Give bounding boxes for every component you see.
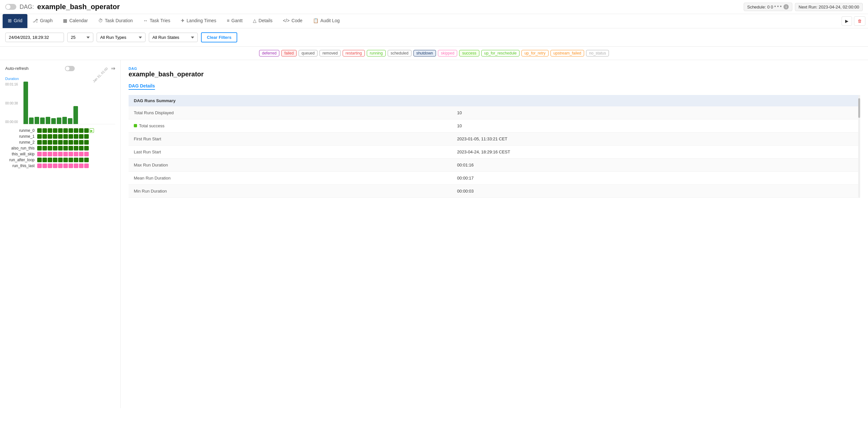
grid-cell-6-1[interactable] (42, 163, 47, 168)
grid-cell-0-1[interactable] (42, 128, 47, 133)
chart-bar-2[interactable] (35, 117, 39, 124)
grid-cell-5-9[interactable] (84, 158, 89, 162)
play-button[interactable]: ▶ (842, 16, 852, 26)
grid-cell-1-1[interactable] (42, 134, 47, 139)
chart-bar-5[interactable] (51, 118, 56, 124)
grid-cell-5-6[interactable] (68, 158, 73, 162)
grid-cell-4-1[interactable] (42, 152, 47, 156)
date-filter-input[interactable] (5, 33, 64, 42)
count-select[interactable]: 25 50 100 (67, 33, 93, 42)
scrollbar-thumb[interactable] (858, 98, 860, 118)
tab-audit-log[interactable]: 📋 Audit Log (308, 14, 345, 28)
tab-task-tries[interactable]: ↔ Task Tries (138, 14, 176, 28)
grid-cell-1-0[interactable] (37, 134, 42, 139)
grid-cell-4-9[interactable] (84, 152, 89, 156)
grid-cell-1-9[interactable] (84, 134, 89, 139)
grid-cell-6-6[interactable] (68, 163, 73, 168)
grid-cell-3-9[interactable] (84, 146, 89, 150)
grid-cell-arrow-0-10[interactable]: ▶ (89, 128, 94, 133)
grid-cell-3-1[interactable] (42, 146, 47, 150)
run-state-select[interactable]: All Run States (149, 33, 198, 42)
grid-cell-1-4[interactable] (58, 134, 63, 139)
grid-cell-0-4[interactable] (58, 128, 63, 133)
chart-bar-8[interactable] (68, 118, 72, 124)
grid-cell-6-0[interactable] (37, 163, 42, 168)
grid-cell-6-9[interactable] (84, 163, 89, 168)
grid-cell-6-5[interactable] (63, 163, 68, 168)
grid-cell-5-0[interactable] (37, 158, 42, 162)
status-badge-up_for_reschedule[interactable]: up_for_reschedule (481, 50, 520, 57)
grid-cell-0-3[interactable] (53, 128, 57, 133)
chart-bar-6[interactable] (57, 118, 61, 124)
chart-bar-9[interactable] (73, 106, 78, 124)
grid-cell-2-7[interactable] (74, 140, 78, 145)
info-icon[interactable]: i (783, 4, 789, 9)
status-badge-running[interactable]: running (367, 50, 386, 57)
status-badge-scheduled[interactable]: scheduled (388, 50, 411, 57)
grid-cell-1-3[interactable] (53, 134, 57, 139)
grid-cell-5-5[interactable] (63, 158, 68, 162)
grid-cell-4-7[interactable] (74, 152, 78, 156)
grid-cell-2-6[interactable] (68, 140, 73, 145)
grid-cell-0-6[interactable] (68, 128, 73, 133)
grid-cell-2-4[interactable] (58, 140, 63, 145)
grid-cell-5-7[interactable] (74, 158, 78, 162)
grid-cell-1-2[interactable] (48, 134, 52, 139)
tab-landing-times[interactable]: ✈ Landing Times (176, 14, 222, 28)
grid-cell-4-4[interactable] (58, 152, 63, 156)
scrollbar[interactable] (858, 95, 860, 198)
grid-cell-4-2[interactable] (48, 152, 52, 156)
grid-cell-2-2[interactable] (48, 140, 52, 145)
grid-cell-3-5[interactable] (63, 146, 68, 150)
status-badge-deferred[interactable]: deferred (259, 50, 280, 57)
status-badge-no_status[interactable]: no_status (586, 50, 609, 57)
grid-cell-4-3[interactable] (53, 152, 57, 156)
status-badge-removed[interactable]: removed (319, 50, 341, 57)
grid-cell-4-8[interactable] (79, 152, 84, 156)
tab-calendar[interactable]: ▦ Calendar (58, 14, 93, 28)
grid-cell-6-3[interactable] (53, 163, 57, 168)
grid-cell-5-2[interactable] (48, 158, 52, 162)
grid-cell-5-4[interactable] (58, 158, 63, 162)
run-type-select[interactable]: All Run Types (97, 33, 146, 42)
grid-cell-0-9[interactable] (84, 128, 89, 133)
chart-bar-1[interactable] (29, 118, 34, 124)
grid-cell-3-7[interactable] (74, 146, 78, 150)
chart-bar-3[interactable] (40, 118, 45, 124)
chart-bar-7[interactable] (62, 117, 67, 124)
chart-bar-4[interactable] (46, 117, 50, 124)
status-badge-upstream_failed[interactable]: upstream_failed (551, 50, 584, 57)
grid-cell-0-7[interactable] (74, 128, 78, 133)
grid-cell-2-0[interactable] (37, 140, 42, 145)
grid-cell-6-8[interactable] (79, 163, 84, 168)
expand-icon[interactable]: ⇒ (111, 65, 115, 71)
tab-details[interactable]: △ Details (248, 14, 278, 28)
status-badge-restarting[interactable]: restarting (343, 50, 365, 57)
grid-cell-6-7[interactable] (74, 163, 78, 168)
chart-bar-0[interactable] (24, 82, 28, 124)
tab-gantt[interactable]: ≡ Gantt (222, 14, 248, 28)
status-badge-shutdown[interactable]: shutdown (413, 50, 436, 57)
status-badge-queued[interactable]: queued (299, 50, 317, 57)
tab-code[interactable]: </> Code (278, 14, 308, 28)
grid-cell-0-0[interactable] (37, 128, 42, 133)
grid-cell-6-2[interactable] (48, 163, 52, 168)
grid-cell-4-5[interactable] (63, 152, 68, 156)
grid-cell-4-0[interactable] (37, 152, 42, 156)
grid-cell-5-8[interactable] (79, 158, 84, 162)
grid-cell-1-5[interactable] (63, 134, 68, 139)
grid-cell-3-2[interactable] (48, 146, 52, 150)
status-badge-success[interactable]: success (459, 50, 479, 57)
dag-toggle[interactable] (5, 4, 16, 10)
grid-cell-5-3[interactable] (53, 158, 57, 162)
grid-cell-2-9[interactable] (84, 140, 89, 145)
grid-cell-2-8[interactable] (79, 140, 84, 145)
grid-cell-4-6[interactable] (68, 152, 73, 156)
dag-details-link[interactable]: DAG Details (129, 83, 155, 90)
grid-cell-3-4[interactable] (58, 146, 63, 150)
grid-cell-6-4[interactable] (58, 163, 63, 168)
tab-grid[interactable]: ⊞ Grid (3, 14, 27, 28)
status-badge-failed[interactable]: failed (281, 50, 297, 57)
grid-cell-2-5[interactable] (63, 140, 68, 145)
delete-button[interactable]: 🗑 (854, 16, 865, 26)
